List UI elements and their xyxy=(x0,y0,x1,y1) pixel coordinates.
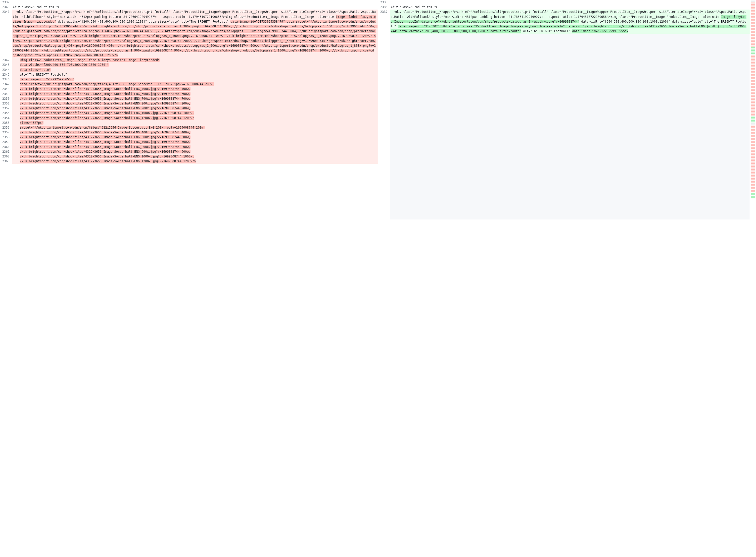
minimap-line xyxy=(751,89,755,90)
minimap-line xyxy=(751,57,755,58)
minimap-line xyxy=(751,168,755,168)
diff-row[interactable]: 2346 data-image-id="51229259956555" xyxy=(0,77,378,82)
code-content[interactable]: //uk.brightsport.com/cdn/shop/files/4312… xyxy=(12,130,378,135)
minimap-line xyxy=(751,118,755,119)
minimap-line xyxy=(751,158,755,158)
diff-row[interactable]: 2358 //uk.brightsport.com/cdn/shop/files… xyxy=(0,135,378,140)
diff-left-pane[interactable]: 23392340<div class="ProductItem ">2341 <… xyxy=(0,0,378,219)
diff-row[interactable]: 2339 xyxy=(0,0,378,5)
diff-row[interactable]: 2347 data-srcset="//uk.brightsport.com/c… xyxy=(0,82,378,87)
code-content[interactable]: //uk.brightsport.com/cdn/shop/files/4312… xyxy=(12,101,378,106)
minimap-line xyxy=(751,6,755,6)
code-content[interactable]: <div class="ProductItem__Wrapper"><a hre… xyxy=(12,9,378,58)
diff-row[interactable]: 2344 data-sizes="auto" xyxy=(0,67,378,72)
minimap-line xyxy=(751,52,755,52)
diff-row[interactable]: 2336<div class="ProductItem "> xyxy=(378,5,750,9)
diff-row[interactable]: 2348 //uk.brightsport.com/cdn/shop/files… xyxy=(0,87,378,91)
code-content[interactable]: data-widths="[200,400,600,700,800,900,10… xyxy=(12,62,378,67)
code-content[interactable]: //uk.brightsport.com/cdn/shop/files/4312… xyxy=(12,106,378,111)
line-number: 2362 xyxy=(0,154,12,159)
code-content[interactable]: //uk.brightsport.com/cdn/shop/files/4312… xyxy=(12,87,378,91)
line-number: 2349 xyxy=(0,92,12,96)
minimap-line xyxy=(751,32,755,33)
minimap-line xyxy=(751,37,755,37)
minimap-line xyxy=(751,37,755,38)
diff-row[interactable]: 2345 alt="The BRIGHT™ Football" xyxy=(0,72,378,77)
minimap-line xyxy=(751,59,755,60)
diff-right-pane[interactable]: 23352336<div class="ProductItem ">2337 <… xyxy=(378,0,750,219)
minimap-line xyxy=(751,82,755,82)
code-content[interactable]: //uk.brightsport.com/cdn/shop/files/4312… xyxy=(12,149,378,154)
diff-row[interactable]: 2356 srcset="//uk.brightsport.com/cdn/sh… xyxy=(0,125,378,130)
minimap-line xyxy=(751,175,755,176)
minimap-line xyxy=(751,83,755,83)
code-content[interactable]: //uk.brightsport.com/cdn/shop/files/4312… xyxy=(12,145,378,149)
code-content[interactable]: <div class="ProductItem "> xyxy=(390,5,750,9)
minimap-line xyxy=(751,50,755,51)
code-content[interactable]: data-image-id="51229259956555" xyxy=(12,77,378,82)
diff-row[interactable]: 2357 //uk.brightsport.com/cdn/shop/files… xyxy=(0,130,378,135)
minimap-line xyxy=(751,16,755,17)
minimap-line xyxy=(751,47,755,48)
line-number: 2348 xyxy=(0,87,12,91)
minimap-line xyxy=(751,36,755,36)
minimap-line xyxy=(751,137,755,137)
minimap-line xyxy=(751,105,755,105)
minimap-line xyxy=(751,175,755,175)
minimap-line xyxy=(751,84,755,85)
code-content[interactable]: //uk.brightsport.com/cdn/shop/files/4312… xyxy=(12,135,378,140)
diff-row[interactable]: 2335 xyxy=(378,0,750,5)
code-content[interactable]: //uk.brightsport.com/cdn/shop/files/4312… xyxy=(12,154,378,159)
diff-row[interactable]: 2350 //uk.brightsport.com/cdn/shop/files… xyxy=(0,96,378,101)
minimap-scrollbar[interactable] xyxy=(750,0,756,219)
line-number: 2356 xyxy=(0,125,12,130)
code-content[interactable]: alt="The BRIGHT™ Football" xyxy=(12,72,378,77)
diff-row[interactable]: 2361 //uk.brightsport.com/cdn/shop/files… xyxy=(0,149,378,154)
diff-row[interactable]: 2353 //uk.brightsport.com/cdn/shop/files… xyxy=(0,111,378,116)
code-content[interactable]: //uk.brightsport.com/cdn/shop/files/4312… xyxy=(12,92,378,96)
code-content[interactable]: //uk.brightsport.com/cdn/shop/files/4312… xyxy=(12,116,378,121)
minimap-line xyxy=(751,38,755,39)
diff-row[interactable]: 2355 sizes="327px" xyxy=(0,121,378,125)
minimap-line xyxy=(751,113,755,113)
minimap-line xyxy=(751,17,755,18)
diff-row[interactable]: 2342 <img class="ProductItem__Image Imag… xyxy=(0,58,378,62)
diff-row[interactable]: 2352 //uk.brightsport.com/cdn/shop/files… xyxy=(0,106,378,111)
code-content[interactable]: sizes="327px" xyxy=(12,121,378,125)
minimap-line xyxy=(751,165,755,165)
diff-row[interactable]: 2337 <div class="ProductItem__Wrapper"><… xyxy=(378,9,750,34)
diff-row[interactable]: 2343 data-widths="[200,400,600,700,800,9… xyxy=(0,62,378,67)
minimap-line xyxy=(751,98,755,99)
diff-row[interactable]: 2351 //uk.brightsport.com/cdn/shop/files… xyxy=(0,101,378,106)
code-content[interactable]: //uk.brightsport.com/cdn/shop/files/4312… xyxy=(12,140,378,144)
code-content[interactable]: //uk.brightsport.com/cdn/shop/files/4312… xyxy=(12,111,378,116)
minimap-line xyxy=(751,40,755,41)
code-content[interactable]: <div class="ProductItem__Wrapper"><a hre… xyxy=(390,9,750,34)
line-number: 2352 xyxy=(0,106,12,111)
code-content[interactable]: //uk.brightsport.com/cdn/shop/files/4312… xyxy=(12,159,378,164)
minimap-line xyxy=(751,93,755,94)
code-content[interactable]: data-sizes="auto" xyxy=(12,67,378,72)
diff-row[interactable]: 2341 <div class="ProductItem__Wrapper"><… xyxy=(0,9,378,58)
code-content[interactable]: srcset="//uk.brightsport.com/cdn/shop/fi… xyxy=(12,125,378,130)
code-content[interactable]: data-srcset="//uk.brightsport.com/cdn/sh… xyxy=(12,82,378,87)
code-content[interactable]: <div class="ProductItem "> xyxy=(12,5,378,9)
minimap-line xyxy=(751,177,755,177)
minimap-line xyxy=(751,100,755,100)
minimap-line xyxy=(751,63,755,63)
diff-row[interactable]: 2354 //uk.brightsport.com/cdn/shop/files… xyxy=(0,116,378,121)
code-content[interactable]: <img class="ProductItem__Image Image--fa… xyxy=(12,58,378,62)
minimap-line xyxy=(751,64,755,64)
diff-row[interactable]: 2340<div class="ProductItem "> xyxy=(0,5,378,9)
minimap-line xyxy=(751,163,755,164)
minimap-line xyxy=(751,71,755,72)
diff-row[interactable]: 2362 //uk.brightsport.com/cdn/shop/files… xyxy=(0,154,378,159)
minimap-line xyxy=(751,59,755,59)
minimap-line xyxy=(751,124,755,124)
minimap-line xyxy=(751,196,755,196)
diff-row[interactable]: 2359 //uk.brightsport.com/cdn/shop/files… xyxy=(0,140,378,144)
code-content[interactable]: //uk.brightsport.com/cdn/shop/files/4312… xyxy=(12,96,378,101)
diff-row[interactable]: 2363 //uk.brightsport.com/cdn/shop/files… xyxy=(0,159,378,164)
diff-row[interactable]: 2360 //uk.brightsport.com/cdn/shop/files… xyxy=(0,145,378,149)
diff-row[interactable]: 2349 //uk.brightsport.com/cdn/shop/files… xyxy=(0,92,378,96)
